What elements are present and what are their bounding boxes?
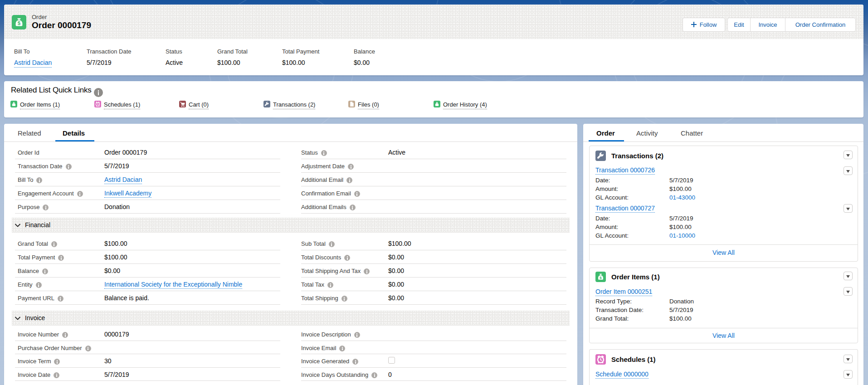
svg-text:$: $ xyxy=(600,276,602,280)
svg-text:$: $ xyxy=(18,20,21,26)
